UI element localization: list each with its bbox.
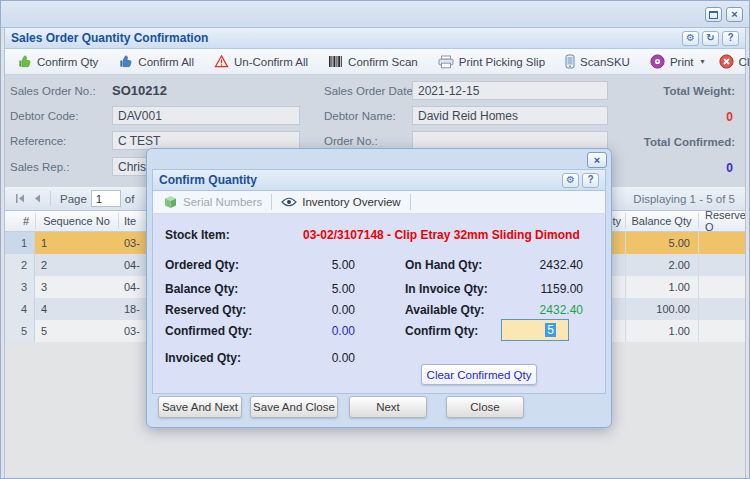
- page-number-input[interactable]: [91, 190, 121, 207]
- unconfirm-all-button[interactable]: Un-Confirm All: [207, 51, 315, 73]
- serial-numbers-button[interactable]: Serial Numbers: [157, 195, 268, 210]
- col-balance-qty[interactable]: Balance Qty: [625, 211, 698, 231]
- close-button[interactable]: Close: [712, 51, 750, 73]
- balance-qty-label: Balance Qty:: [165, 282, 238, 296]
- dialog-footer: Save And Next Save And Close Next Close: [152, 392, 606, 422]
- save-and-close-button[interactable]: Save And Close: [250, 396, 338, 418]
- help-icon[interactable]: ?: [722, 31, 739, 46]
- main-toolbar: Confirm Qty Confirm All Un-Confirm All C…: [5, 49, 745, 75]
- debtor-name-field[interactable]: [412, 106, 608, 125]
- ordered-qty-value: 5.00: [263, 258, 355, 272]
- confirm-scan-label: Confirm Scan: [348, 56, 418, 68]
- debtor-code-field[interactable]: [112, 106, 300, 125]
- maximize-button[interactable]: [705, 7, 722, 22]
- reserved-cell: [698, 232, 745, 254]
- reserved-cell: [698, 254, 745, 276]
- balance-cell: 1.00: [625, 276, 698, 298]
- sequence-cell: 5: [35, 320, 118, 342]
- dialog-close-footer-button[interactable]: Close: [446, 396, 524, 418]
- confirmed-qty-label: Confirmed Qty:: [165, 324, 252, 338]
- dialog-close-button[interactable]: ×: [587, 152, 607, 168]
- printer-icon: [438, 55, 454, 69]
- sequence-cell: 2: [35, 254, 118, 276]
- total-weight-label: Total Weight:: [663, 85, 735, 97]
- in-invoice-qty-label: In Invoice Qty:: [405, 282, 488, 296]
- clear-confirmed-qty-button[interactable]: Clear Confirmed Qty: [421, 364, 537, 385]
- paging-separator: [50, 191, 51, 206]
- total-weight-value: 0: [726, 110, 733, 124]
- row-number: 1: [5, 232, 35, 254]
- toolbar-separator: [410, 194, 411, 210]
- serial-numbers-label: Serial Numbers: [183, 196, 262, 208]
- confirm-all-label: Confirm All: [138, 56, 194, 68]
- sales-order-date-label: Sales Order Date:: [324, 85, 416, 97]
- confirm-qty-input[interactable]: 5: [501, 319, 569, 341]
- sales-order-date-field[interactable]: [412, 81, 608, 100]
- confirm-all-button[interactable]: Confirm All: [111, 51, 201, 73]
- gear-icon[interactable]: ⚙: [562, 173, 579, 188]
- balance-cell: 1.00: [625, 320, 698, 342]
- sales-order-no-value: SO10212: [112, 83, 167, 98]
- toolbar-separator: [271, 194, 272, 210]
- gear-icon[interactable]: ⚙: [682, 31, 699, 46]
- stock-item-label: Stock Item:: [165, 228, 230, 242]
- confirm-qty-button[interactable]: Confirm Qty: [10, 51, 105, 73]
- dialog-header: Confirm Quantity ⚙ ?: [152, 169, 606, 190]
- inventory-overview-button[interactable]: Inventory Overview: [275, 196, 406, 208]
- available-qty-label: Available Qty:: [405, 303, 485, 317]
- unconfirm-all-label: Un-Confirm All: [234, 56, 308, 68]
- sequence-cell: 3: [35, 276, 118, 298]
- outer-titlebar: ×: [1, 1, 749, 28]
- barcode-icon: [328, 55, 343, 68]
- sales-order-no-label: Sales Order No.:: [10, 85, 96, 97]
- reserved-cell: [698, 298, 745, 320]
- help-icon[interactable]: ?: [582, 173, 599, 188]
- dialog-body: Stock Item: 03-02/3107148 - Clip Etray 3…: [152, 214, 606, 394]
- sequence-cell: 1: [35, 232, 118, 254]
- refresh-icon[interactable]: ↻: [702, 31, 719, 46]
- total-confirmed-label: Total Confirmed:: [644, 136, 735, 148]
- print-picking-slip-button[interactable]: Print Picking Slip: [431, 51, 552, 73]
- reference-label: Reference:: [10, 135, 66, 147]
- confirm-qty-label: Confirm Qty: [37, 56, 98, 68]
- reserved-cell: [698, 276, 745, 298]
- scansku-button[interactable]: ScanSKU: [558, 51, 637, 73]
- col-reserved-qty[interactable]: Reserved Q: [705, 211, 745, 231]
- close-icon: ×: [594, 154, 600, 166]
- red-circle-x-icon: [719, 54, 734, 69]
- inventory-overview-label: Inventory Overview: [302, 196, 400, 208]
- confirm-qty-input-value: 5: [545, 323, 556, 337]
- print-button[interactable]: Print ▾: [643, 51, 712, 73]
- close-icon: ×: [731, 8, 737, 20]
- reserved-cell: [698, 320, 745, 342]
- save-and-next-button[interactable]: Save And Next: [158, 396, 242, 418]
- debtor-name-label: Debtor Name:: [324, 110, 396, 122]
- eye-icon: [281, 197, 297, 207]
- confirm-scan-button[interactable]: Confirm Scan: [321, 51, 425, 73]
- green-cube-icon: [163, 195, 178, 210]
- col-sequence-no[interactable]: Sequence No: [35, 211, 118, 231]
- window-close-button[interactable]: ×: [726, 7, 743, 22]
- print-picking-slip-label: Print Picking Slip: [459, 56, 545, 68]
- total-confirmed-value: 0: [726, 161, 733, 175]
- close-label: Close: [739, 56, 750, 68]
- invoiced-qty-label: Invoiced Qty:: [165, 351, 241, 365]
- print-label: Print: [670, 56, 694, 68]
- reserved-qty-value: 0.00: [263, 303, 355, 317]
- dialog-toolbar: Serial Numbers Inventory Overview: [152, 190, 606, 214]
- sales-rep-label: Sales Rep.:: [10, 161, 69, 173]
- reserved-qty-label: Reserved Qty:: [165, 303, 246, 317]
- thumb-up-blue-icon: [118, 54, 133, 69]
- sequence-cell: 4: [35, 298, 118, 320]
- maximize-icon: [709, 11, 718, 19]
- col-hash[interactable]: #: [5, 211, 35, 231]
- balance-cell: 100.00: [625, 298, 698, 320]
- print-circle-icon: [650, 54, 665, 69]
- confirmed-qty-value: 0.00: [263, 324, 355, 338]
- ordered-qty-label: Ordered Qty:: [165, 258, 239, 272]
- thumb-up-green-icon: [17, 54, 32, 69]
- prev-page-icon[interactable]: [32, 193, 42, 204]
- next-button[interactable]: Next: [349, 396, 427, 418]
- first-page-icon[interactable]: [14, 193, 26, 204]
- mobile-phone-icon: [565, 54, 575, 69]
